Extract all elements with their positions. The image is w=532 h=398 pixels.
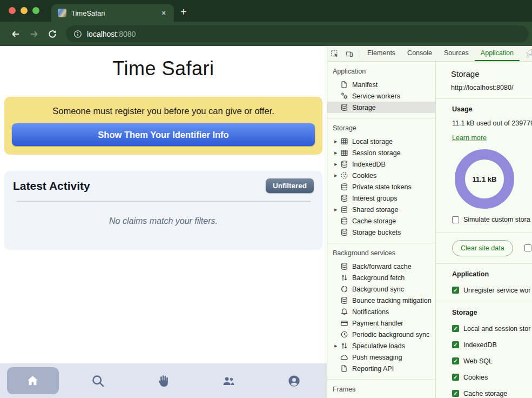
nav-item-hand[interactable] [131, 363, 196, 398]
reload-button[interactable] [43, 26, 62, 42]
tree-item-label: Cache storage [352, 217, 396, 225]
tree-item-bounce-tracking-mitigation[interactable]: ▶Bounce tracking mitigation [327, 295, 435, 306]
expander-icon[interactable]: ▶ [334, 162, 340, 167]
storage-local-and-session-stor-checkbox[interactable] [452, 325, 459, 332]
simulate-custom-storage-row[interactable]: Simulate custom stora [452, 216, 530, 223]
tree-item-back-forward-cache[interactable]: ▶Back/forward cache [327, 261, 435, 272]
storage-cache-storage-checkbox[interactable] [452, 390, 459, 397]
new-tab-button[interactable]: + [180, 6, 187, 18]
minimize-window-button[interactable] [21, 7, 28, 14]
tree-item-cache-storage[interactable]: ▶Cache storage [327, 215, 435, 227]
tree-item-label: Background fetch [352, 274, 405, 282]
donut-label: 11.1 kB [473, 175, 497, 183]
people-icon [221, 374, 236, 388]
tab-close-icon[interactable]: × [159, 9, 169, 17]
inspect-element-icon[interactable] [327, 46, 342, 61]
tree-item-background-fetch[interactable]: ▶Background fetch [327, 272, 435, 283]
person-icon [287, 374, 301, 388]
tree-item-label: Bounce tracking mitigation [352, 297, 432, 304]
tree-item-private-state-tokens[interactable]: ▶Private state tokens [327, 181, 435, 193]
include-checkbox[interactable] [524, 244, 531, 251]
expander-icon[interactable]: ▶ [334, 344, 340, 348]
storage-local-and-session-stor-row[interactable]: Local and session stor [452, 325, 532, 333]
sidebar-section-title: Application [327, 63, 435, 79]
tree-item-background-sync[interactable]: ▶Background sync [327, 283, 435, 295]
unfiltered-button[interactable]: Unfiltered [266, 178, 314, 193]
db-icon [340, 183, 348, 191]
storage-web-sql-checkbox[interactable] [452, 357, 459, 364]
clear-site-data-button[interactable]: Clear site data [452, 240, 513, 256]
checkbox-label: IndexedDB [463, 341, 497, 349]
tree-item-local-storage[interactable]: ▶Local storage [327, 136, 435, 147]
storage-web-sql-row[interactable]: Web SQL [452, 357, 532, 365]
simulate-label: Simulate custom stora [463, 216, 530, 223]
tree-item-notifications[interactable]: ▶Notifications [327, 306, 435, 317]
application-unregister-service-wor-checkbox[interactable] [452, 287, 459, 294]
sidebar-section-title: Frames [327, 381, 435, 397]
nav-item-search[interactable] [65, 363, 131, 398]
storage-indexeddb-row[interactable]: IndexedDB [452, 341, 532, 349]
address-bar[interactable]: localhost:8080 [66, 25, 529, 42]
expander-icon[interactable]: ▶ [334, 174, 340, 178]
db-icon [340, 205, 348, 214]
checkbox-label: Cache storage [463, 390, 507, 397]
tree-item-shared-storage[interactable]: ▶Shared storage [327, 204, 435, 215]
window-controls [9, 7, 39, 14]
application-unregister-service-wor-row[interactable]: Unregister service wor [452, 287, 532, 294]
hand-icon [156, 374, 171, 388]
storage-cookies-checkbox[interactable] [452, 374, 459, 381]
tree-item-interest-groups[interactable]: ▶Interest groups [327, 193, 435, 204]
tree-item-service-workers[interactable]: ▶Service workers [327, 90, 435, 102]
clock-icon [340, 330, 348, 339]
show-identifier-info-button[interactable]: Show Them Your Identifier Info [12, 123, 315, 146]
site-info-icon[interactable] [73, 30, 82, 38]
expander-icon[interactable]: ▶ [334, 208, 340, 212]
tree-item-storage[interactable]: ▶Storage [327, 102, 435, 113]
tree-item-label: Cookies [352, 172, 376, 180]
tree-item-periodic-background-sync[interactable]: ▶Periodic background sync [327, 329, 435, 340]
storage-cache-storage-row[interactable]: Cache storage [452, 390, 532, 397]
devtools-tab-elements[interactable]: Elements [361, 46, 401, 61]
tree-item-payment-handler[interactable]: ▶Payment handler [327, 317, 435, 329]
storage-cookies-row[interactable]: Cookies [452, 374, 532, 381]
tree-item-label: IndexedDB [352, 161, 386, 168]
simulate-checkbox[interactable] [452, 216, 459, 223]
devtools-tab-application[interactable]: Application [475, 46, 520, 61]
tree-item-reporting-api[interactable]: ▶Reporting API [327, 363, 435, 374]
tree-item-cookies[interactable]: ▶Cookies [327, 170, 435, 181]
devtools-tab-sources[interactable]: Sources [438, 46, 475, 61]
expander-icon[interactable]: ▶ [334, 140, 340, 144]
nav-item-person[interactable] [261, 363, 327, 398]
tree-item-label: Payment handler [352, 320, 403, 327]
expander-icon[interactable]: ▶ [334, 151, 340, 155]
tree-item-push-messaging[interactable]: ▶Push messaging [327, 351, 435, 363]
device-toolbar-icon[interactable] [342, 46, 356, 61]
sidebar-section-application: Application▶Manifest▶Service workers▶Sto… [327, 62, 435, 118]
home-icon [26, 374, 39, 388]
cloud-icon [340, 353, 348, 361]
sync-icon [340, 285, 348, 293]
storage-pane-title: Storage [451, 69, 529, 78]
doc-icon [340, 364, 348, 373]
tree-item-storage-buckets[interactable]: ▶Storage buckets [327, 227, 435, 238]
back-button[interactable] [6, 26, 25, 42]
browser-tab[interactable]: TimeSafari × [51, 4, 174, 22]
storage-indexeddb-checkbox[interactable] [452, 341, 459, 348]
tree-item-session-storage[interactable]: ▶Session storage [327, 147, 435, 158]
forward-button[interactable] [25, 26, 43, 42]
close-window-button[interactable] [9, 7, 16, 14]
updown-icon [340, 342, 348, 350]
tree-item-manifest[interactable]: ▶Manifest [327, 79, 435, 90]
tree-item-indexeddb[interactable]: ▶IndexedDB [327, 158, 435, 170]
tree-item-label: Shared storage [352, 206, 398, 214]
learn-more-link[interactable]: Learn more [452, 134, 487, 142]
maximize-window-button[interactable] [32, 7, 39, 14]
tree-item-speculative-loads[interactable]: ▶Speculative loads [327, 340, 435, 351]
divider [16, 201, 311, 202]
nav-item-home[interactable] [0, 363, 65, 398]
storage-section-title: Storage [452, 309, 532, 316]
include-third-party-row[interactable]: in [524, 244, 532, 252]
devtools-tab-console[interactable]: Console [401, 46, 438, 61]
db-icon [340, 296, 348, 304]
nav-item-people[interactable] [196, 363, 261, 398]
